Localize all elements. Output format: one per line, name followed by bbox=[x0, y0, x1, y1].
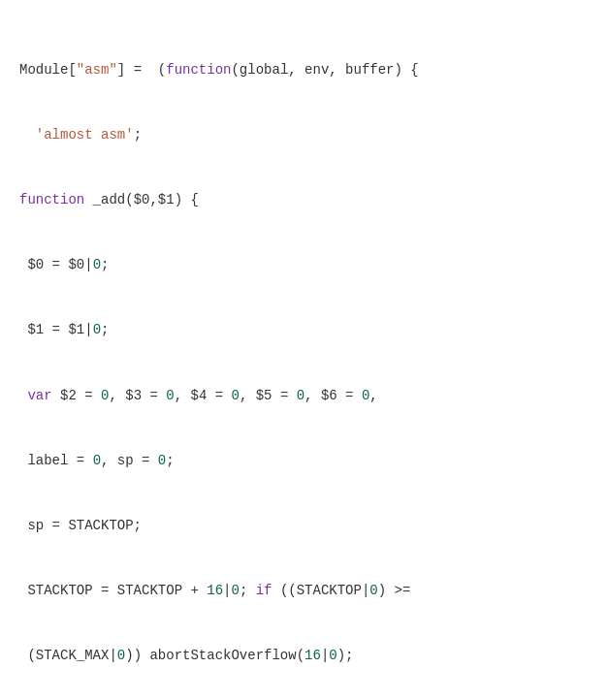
line-7: label = 0, sp = 0; bbox=[19, 450, 590, 471]
line-10: (STACK_MAX|0)) abortStackOverflow(16|0); bbox=[19, 645, 590, 666]
line-9: STACKTOP = STACKTOP + 16|0; if ((STACKTO… bbox=[19, 580, 590, 601]
line-6: var $2 = 0, $3 = 0, $4 = 0, $5 = 0, $6 =… bbox=[19, 385, 590, 406]
line-4: $0 = $0|0; bbox=[19, 254, 590, 275]
code-block: Module["asm"] = (function(global, env, b… bbox=[19, 16, 590, 700]
code-container: Module["asm"] = (function(global, env, b… bbox=[0, 0, 609, 700]
line-2: 'almost asm'; bbox=[19, 124, 590, 145]
line-5: $1 = $1|0; bbox=[19, 319, 590, 340]
line-1: Module["asm"] = (function(global, env, b… bbox=[19, 59, 590, 80]
line-8: sp = STACKTOP; bbox=[19, 515, 590, 536]
line-3: function _add($0,$1) { bbox=[19, 189, 590, 210]
